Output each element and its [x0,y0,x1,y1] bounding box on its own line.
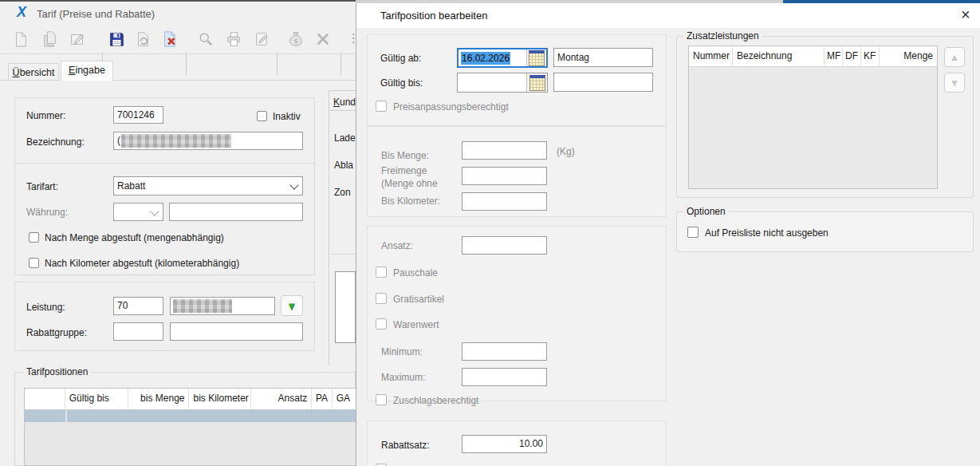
toolbar-separator [340,53,341,75]
save-icon[interactable] [106,29,127,49]
zusatzleistungen-table[interactable]: Nummer Bezeichnung MF DF KF Menge [688,45,938,189]
zuschlag-checkbox[interactable] [376,394,387,405]
tab-eingabe[interactable]: Eingabe [61,61,113,81]
delete-icon[interactable] [159,29,180,49]
gueltig-bis-datefield[interactable] [457,73,548,93]
column-header[interactable]: PA [312,389,332,409]
tarifpositionen-title: Tarifpositionen [23,366,91,377]
side-panel-listbox [335,271,356,343]
pauschale-checkbox[interactable] [376,267,387,278]
tabstrip-line [0,80,356,81]
ansatz-input[interactable] [462,236,547,255]
nach-kilometer-checkbox[interactable] [29,258,39,268]
form-icon[interactable] [251,29,272,49]
gratisartikel-checkbox[interactable] [376,293,387,304]
rabattsatz-input[interactable]: 10.00 [462,435,547,453]
arrow-up-icon: ▲ [950,52,959,63]
bis-menge-unit: (Kg) [557,146,575,157]
side-panel-groupline [331,254,356,255]
rabattgruppe-name-input[interactable] [170,322,303,341]
app-logo: X [17,4,26,21]
green-arrow-icon: ▼ [287,300,297,312]
column-header[interactable]: KF [861,46,880,66]
table-row-selected[interactable] [25,410,356,422]
group-divider [14,163,315,164]
inaktiv-checkbox[interactable] [257,111,267,121]
tab-uebersicht-label: bersicht [20,67,55,78]
zuschlag-label: Zuschlagsberechtigt [393,395,478,406]
warenwert-checkbox[interactable] [376,318,387,330]
gueltig-ab-datefield[interactable]: 16.02.2026 [457,48,548,68]
bis-menge-input[interactable] [462,141,547,160]
close-icon[interactable]: × [961,6,970,24]
copy-icon[interactable] [39,29,60,49]
dialog-titlebar[interactable]: Tarifposition bearbeiten × [356,3,980,28]
column-header[interactable] [25,389,65,409]
column-header[interactable]: Menge [880,46,937,66]
rabattgruppe-label: Rabattgruppe: [26,327,87,338]
column-header[interactable]: MF [825,46,843,66]
preisliste-checkbox[interactable] [687,227,699,238]
nummer-input[interactable]: 7001246 [113,106,163,124]
toolbar-separator [186,53,187,75]
gueltig-ab-label: Gültig ab: [380,53,421,64]
column-header[interactable]: Bezeichnung [733,46,825,66]
tab-uebersicht-accel: Ü [13,67,20,78]
side-panel-label-abla: Abla [334,160,353,171]
gueltig-bis-label: Gültig bis: [380,77,423,89]
side-panel-label-lade: Lade [334,132,356,144]
minimum-input[interactable] [462,342,547,361]
bis-kilometer-input[interactable] [462,192,547,211]
search-icon[interactable] [195,29,216,49]
tab-eingabe-label: ingabe [75,65,105,76]
new-icon[interactable] [10,29,31,49]
zusatzleistungen-title: Zusatzleistungen [683,30,762,41]
nach-kilometer-label: Nach Kilometer abgestuft (kilometerabhän… [45,258,239,269]
column-header[interactable]: Ansatz [251,389,312,409]
side-panel-tab-label: und [340,97,356,108]
leistung-input[interactable]: 70 [113,297,163,315]
column-header[interactable]: DF [843,46,861,66]
cancel-icon[interactable] [313,29,333,49]
preisanpassung-label: Preisanpassungsberechtigt [393,101,509,113]
move-up-button[interactable]: ▲ [944,47,965,67]
row-cell [67,410,356,422]
money-bag-icon[interactable]: $ [285,29,306,49]
waehrung-input[interactable] [169,203,303,221]
nummer-label: Nummer: [26,110,65,121]
column-header[interactable]: bis Kilometer [189,389,251,409]
bezeichnung-label: Bezeichnung: [26,136,85,148]
move-down-button[interactable]: ▼ [944,73,965,93]
bis-menge-label: Bis Menge: [381,150,429,161]
gueltig-bis-calendar-button[interactable] [526,73,547,92]
tarifart-select[interactable]: Rabatt [113,176,303,195]
warenwert-label: Warenwert [393,319,439,330]
tab-uebersicht[interactable]: Übersicht [8,63,59,81]
bezeichnung-prefix: ( [117,135,120,146]
toolbar-separator [277,53,277,75]
gratisartikel-label: Gratisartikel [393,294,444,305]
calendar-icon [529,75,545,91]
column-header[interactable]: GA [333,389,356,409]
side-panel-tab-kunden[interactable]: Kund [333,97,356,108]
preisliste-label: Auf Preisliste nicht ausgeben [705,227,828,239]
column-header[interactable]: bis Menge [128,389,190,409]
rabattgruppe-input[interactable] [113,322,163,341]
gueltig-ab-calendar-button[interactable] [526,49,546,66]
freimenge-input[interactable] [462,167,547,185]
preisanpassung-checkbox[interactable] [376,101,387,112]
leistung-lookup-button[interactable]: ▼ [281,295,303,316]
edit-icon[interactable] [67,29,88,49]
pauschale-label: Pauschale [393,267,438,278]
nach-menge-checkbox[interactable] [29,232,39,243]
column-header[interactable]: Gültig bis [65,389,128,409]
svg-text:$: $ [294,38,298,45]
tarifpositionen-table[interactable]: Gültig bis bis Menge bis Kilometer Ansat… [24,388,356,466]
maximum-input[interactable] [462,368,547,386]
revert-icon[interactable] [132,29,153,49]
side-panel-border [329,90,329,365]
row-cell [25,410,67,422]
column-header[interactable]: Nummer [689,46,733,66]
window-title: Tarif (Preise und Rabatte) [37,8,155,20]
print-icon[interactable] [223,29,244,49]
